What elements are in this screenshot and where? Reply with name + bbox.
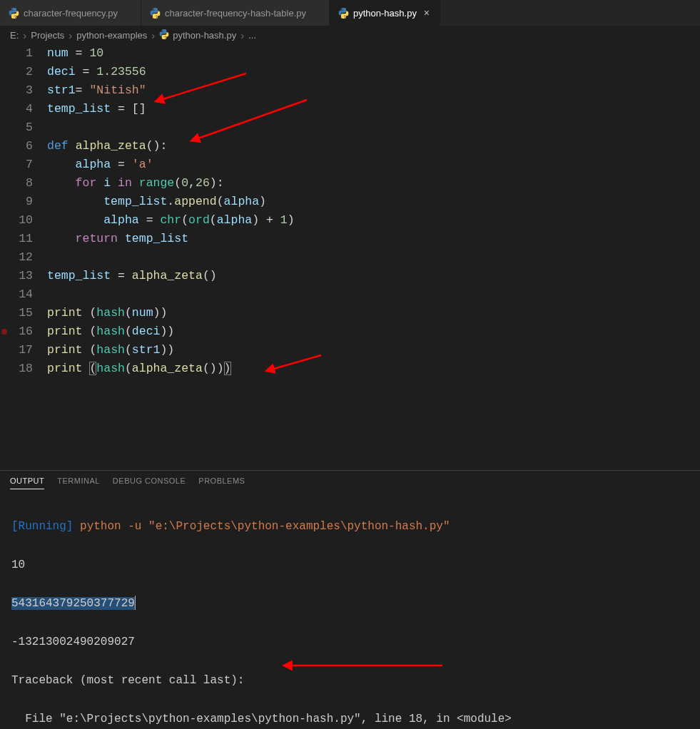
python-file-icon <box>150 8 161 19</box>
line-number: 1 <box>9 44 47 63</box>
line-number: 10 <box>9 211 47 230</box>
line-number: 4 <box>9 100 47 118</box>
panel-tab[interactable]: TERMINAL <box>57 476 100 489</box>
tab-label: character-frequency.py <box>24 8 118 19</box>
code-line[interactable]: 13temp_list = alpha_zeta() <box>0 267 700 285</box>
line-number: 7 <box>9 156 47 174</box>
breadcrumb: E: › Projects › python-examples › python… <box>0 26 700 44</box>
line-number: 15 <box>9 304 47 322</box>
python-file-icon <box>9 8 19 19</box>
code-line[interactable]: 7 alpha = 'a' <box>0 156 700 174</box>
tab-label: character-frequency-hash-table.py <box>165 8 306 19</box>
breakpoint-gutter[interactable] <box>0 44 9 63</box>
breakpoint-gutter[interactable] <box>0 193 9 211</box>
breakpoint-gutter[interactable] <box>0 322 9 341</box>
line-number: 14 <box>9 285 47 304</box>
output-pane[interactable]: [Running] python -u "e:\Projects\python-… <box>0 492 700 729</box>
breadcrumb-segment[interactable]: Projects <box>31 30 64 41</box>
code-line[interactable]: 2deci = 1.23556 <box>0 63 700 81</box>
code-line[interactable]: 12 <box>0 248 700 267</box>
code-line[interactable]: 5 <box>0 118 700 137</box>
breadcrumb-file[interactable]: python-hash.py <box>159 29 236 41</box>
output-line: 10 <box>11 556 689 575</box>
line-number: 11 <box>9 230 47 248</box>
code-line[interactable]: 16print (hash(deci)) <box>0 322 700 341</box>
code-line[interactable]: 17print (hash(str1)) <box>0 341 700 360</box>
output-line: [Running] python -u "e:\Projects\python-… <box>11 517 689 536</box>
panel-tab[interactable]: DEBUG CONSOLE <box>113 476 186 489</box>
line-number: 9 <box>9 193 47 211</box>
breakpoint-gutter[interactable] <box>0 304 9 322</box>
line-number: 12 <box>9 248 47 267</box>
breakpoint-gutter[interactable] <box>0 156 9 174</box>
breakpoint-gutter[interactable] <box>0 360 9 378</box>
breadcrumb-segment[interactable]: python-examples <box>76 30 147 41</box>
breakpoint-gutter[interactable] <box>0 248 9 267</box>
breadcrumb-segment[interactable]: E: <box>10 30 19 41</box>
chevron-right-icon: › <box>67 29 73 41</box>
panel-tab-bar: OUTPUTTERMINALDEBUG CONSOLEPROBLEMS <box>0 471 700 492</box>
breakpoint-icon[interactable] <box>1 329 7 335</box>
editor-tab[interactable]: character-frequency.py× <box>0 0 141 26</box>
breakpoint-gutter[interactable] <box>0 211 9 230</box>
panel-tab[interactable]: OUTPUT <box>10 476 44 489</box>
line-number: 17 <box>9 341 47 360</box>
breakpoint-gutter[interactable] <box>0 118 9 137</box>
breakpoint-gutter[interactable] <box>0 341 9 360</box>
breakpoint-gutter[interactable] <box>0 137 9 156</box>
line-number: 18 <box>9 360 47 378</box>
code-line[interactable]: 3str1= "Nitish" <box>0 81 700 100</box>
tab-label: python-hash.py <box>353 8 417 19</box>
breadcrumb-trail[interactable]: ... <box>248 30 256 41</box>
python-file-icon <box>159 29 169 41</box>
tab-bar: character-frequency.py×character-frequen… <box>0 0 700 26</box>
chevron-right-icon: › <box>150 29 156 41</box>
close-icon[interactable]: × <box>421 7 432 19</box>
code-line[interactable]: 18print (hash(alpha_zeta())) <box>0 360 700 378</box>
output-line: File "e:\Projects\python-examples\python… <box>11 710 689 729</box>
chevron-right-icon: › <box>21 29 28 41</box>
code-line[interactable]: 10 alpha = chr(ord(alpha) + 1) <box>0 211 700 230</box>
breakpoint-gutter[interactable] <box>0 100 9 118</box>
code-line[interactable]: 6def alpha_zeta(): <box>0 137 700 156</box>
code-line[interactable]: 9 temp_list.append(alpha) <box>0 193 700 211</box>
line-number: 3 <box>9 81 47 100</box>
breakpoint-gutter[interactable] <box>0 81 9 100</box>
bottom-panel: OUTPUTTERMINALDEBUG CONSOLEPROBLEMS [Run… <box>0 470 700 729</box>
code-line[interactable]: 11 return temp_list <box>0 230 700 248</box>
line-number: 6 <box>9 137 47 156</box>
breakpoint-gutter[interactable] <box>0 230 9 248</box>
code-line[interactable]: 4temp_list = [] <box>0 100 700 118</box>
output-line: 543164379250377729 <box>11 594 689 613</box>
line-number: 16 <box>9 322 47 341</box>
line-number: 8 <box>9 174 47 193</box>
line-number: 5 <box>9 118 47 137</box>
editor-tab[interactable]: python-hash.py× <box>330 0 440 26</box>
breakpoint-gutter[interactable] <box>0 63 9 81</box>
chevron-right-icon: › <box>239 29 245 41</box>
breakpoint-gutter[interactable] <box>0 267 9 285</box>
line-number: 13 <box>9 267 47 285</box>
code-line[interactable]: 15print (hash(num)) <box>0 304 700 322</box>
output-line: Traceback (most recent call last): <box>11 671 689 690</box>
code-editor[interactable]: 1num = 102deci = 1.235563str1= "Nitish"4… <box>0 44 700 378</box>
editor-tab[interactable]: character-frequency-hash-table.py× <box>141 0 330 26</box>
python-file-icon <box>338 8 349 19</box>
code-line[interactable]: 1num = 10 <box>0 44 700 63</box>
code-line[interactable]: 8 for i in range(0,26): <box>0 174 700 193</box>
code-line[interactable]: 14 <box>0 285 700 304</box>
panel-tab[interactable]: PROBLEMS <box>198 476 245 489</box>
breakpoint-gutter[interactable] <box>0 174 9 193</box>
output-line: -13213002490209027 <box>11 633 689 652</box>
line-number: 2 <box>9 63 47 81</box>
breakpoint-gutter[interactable] <box>0 285 9 304</box>
